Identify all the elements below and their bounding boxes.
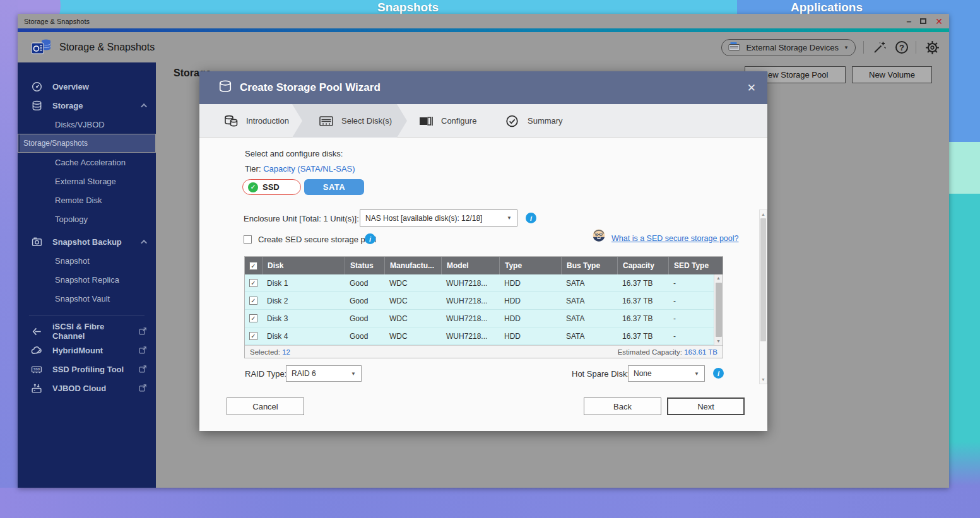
tier-label: Tier: [245, 164, 261, 174]
desktop-wallpaper [949, 0, 980, 518]
raid-type-select[interactable]: RAID 6 ▼ [286, 365, 362, 382]
wizard-steps: Introduction Select Disk(s) [199, 104, 767, 138]
table-row[interactable]: ✓ Disk 4 Good WDC WUH7218... HDD SATA 16… [245, 327, 723, 345]
dialog-close-icon[interactable]: ✕ [747, 81, 756, 95]
next-button[interactable]: Next [667, 397, 745, 415]
sidebar-item-hybridmount[interactable]: HybridMount [18, 341, 156, 360]
desktop-icon-label-snapshots[interactable]: Snapshots [377, 1, 439, 15]
column-header[interactable]: SED Type [668, 257, 723, 274]
close-button[interactable]: ✕ [935, 16, 943, 26]
vjbod-cloud-icon [30, 383, 43, 394]
sed-help-link[interactable]: What is a SED secure storage pool? [611, 234, 739, 243]
column-header[interactable]: Type [499, 257, 561, 274]
caret-down-icon: ▼ [351, 371, 356, 377]
column-header[interactable]: Model [441, 257, 499, 274]
row-checkbox[interactable]: ✓ [249, 297, 257, 305]
row-checkbox[interactable]: ✓ [249, 314, 257, 322]
sidebar-item-disks-vjbod[interactable]: Disks/VJBOD [18, 115, 156, 134]
app-title: Storage & Snapshots [59, 42, 721, 53]
sed-checkbox[interactable] [244, 235, 252, 244]
disk-table-footer: Selected: 12 Estimated Capacity: 163.61 … [245, 345, 723, 358]
external-drive-icon [728, 42, 741, 53]
column-header[interactable]: Bus Type [561, 257, 617, 274]
desktop: Snapshots Applications Storage & Snapsho… [0, 0, 980, 518]
step-select-disks: Select Disk(s) [292, 104, 407, 138]
sed-checkbox-label: Create SED secure storage pool [258, 235, 376, 244]
settings-gear-icon[interactable] [924, 39, 940, 56]
enclosure-unit-select[interactable]: NAS Host [available disk(s): 12/18] ▼ [360, 209, 517, 227]
sidebar-item-overview[interactable]: Overview [18, 77, 156, 96]
row-checkbox[interactable]: ✓ [249, 279, 257, 287]
row-checkbox[interactable]: ✓ [249, 332, 257, 340]
sidebar-item-external-storage[interactable]: External Storage [18, 172, 156, 191]
dialog-body: Select and configure disks: Tier: Capaci… [199, 138, 767, 431]
external-link-icon [138, 365, 147, 374]
help-icon[interactable]: ? [895, 41, 908, 54]
desktop-icon-label-applications[interactable]: Applications [791, 1, 863, 15]
scroll-up-icon[interactable]: ▲ [716, 274, 721, 282]
sidebar-item-ssd-profiling-tool[interactable]: SSD SSD Profiling Tool [18, 360, 156, 379]
desktop-wallpaper [0, 488, 980, 518]
estimated-capacity-value: 163.61 TB [684, 348, 717, 356]
sidebar-item-cache-acceleration[interactable]: Cache Acceleration [18, 153, 156, 172]
window-titlebar[interactable]: Storage & Snapshots – ✕ [18, 14, 949, 28]
storage-wizard-wand-icon[interactable] [871, 39, 888, 56]
window-title: Storage & Snapshots [24, 18, 906, 25]
column-header[interactable]: Status [345, 257, 384, 274]
hot-spare-select[interactable]: None ▼ [628, 365, 705, 382]
column-header[interactable]: Manufactu... [384, 257, 441, 274]
table-scrollbar[interactable]: ▲ ▼ [714, 274, 723, 345]
table-row[interactable]: ✓ Disk 3 Good WDC WUH7218... HDD SATA 16… [245, 310, 723, 327]
select-all-checkbox[interactable]: ✓ [249, 262, 257, 270]
column-header[interactable]: Capacity [617, 257, 668, 274]
sidebar-item-snapshot-vault[interactable]: Snapshot Vault [18, 289, 156, 308]
sidebar-item-remote-disk[interactable]: Remote Disk [18, 191, 156, 209]
sed-info-icon[interactable]: i [365, 233, 375, 244]
svg-text:SSD: SSD [33, 368, 40, 371]
table-row[interactable]: ✓ Disk 1 Good WDC WUH7218... HDD SATA 16… [245, 274, 723, 292]
iscsi-icon [30, 326, 43, 337]
dialog-title: Create Storage Pool Wizard [240, 81, 747, 94]
new-volume-button[interactable]: New Volume [852, 66, 932, 83]
maximize-button[interactable] [920, 18, 926, 24]
tier-value-link[interactable]: Capacity (SATA/NL-SAS) [263, 164, 355, 174]
external-link-icon [138, 327, 147, 336]
app-logo-icon [30, 36, 53, 59]
sidebar-item-storage[interactable]: Storage [18, 96, 156, 115]
disk-table: ✓ Disk Status Manufactu... Model Type Bu… [244, 256, 723, 358]
dialog-scrollbar[interactable]: ▲ ▼ [759, 209, 767, 384]
table-row[interactable]: ✓ Disk 2 Good WDC WUH7218... HDD SATA 16… [245, 292, 723, 310]
enclosure-info-icon[interactable]: i [526, 213, 536, 223]
cancel-button[interactable]: Cancel [227, 397, 304, 415]
minimize-button[interactable]: – [906, 18, 911, 25]
sidebar-item-snapshot-backup[interactable]: Snapshot Backup [18, 232, 156, 251]
scroll-down-icon[interactable]: ▼ [716, 338, 721, 345]
hot-spare-info-icon[interactable]: i [713, 368, 724, 379]
caret-down-icon: ▼ [694, 371, 699, 377]
sidebar-item-snapshot-replica[interactable]: Snapshot Replica [18, 270, 156, 289]
estimated-capacity-label: Estimated Capacity: [618, 348, 682, 356]
caret-down-icon: ▼ [844, 45, 849, 50]
scroll-up-icon[interactable]: ▲ [761, 210, 765, 218]
column-header[interactable]: Disk [262, 257, 345, 274]
sidebar: Overview Storage Disks/VJBOD Storage/Sna… [18, 62, 156, 488]
ssd-tab-button[interactable]: ✓ SSD [242, 179, 301, 195]
scrollbar-thumb[interactable] [716, 283, 722, 337]
sidebar-item-topology[interactable]: Topology [18, 209, 156, 228]
divider [863, 41, 864, 54]
sata-tab-button[interactable]: SATA [304, 179, 364, 195]
external-link-icon [138, 346, 147, 355]
step-configure: Configure [418, 104, 476, 138]
sidebar-item-snapshot[interactable]: Snapshot [18, 251, 156, 270]
sidebar-item-storage-snapshots[interactable]: Storage/Snapshots [18, 134, 156, 153]
external-link-icon [138, 384, 147, 392]
scrollbar-thumb[interactable] [760, 218, 766, 341]
sidebar-item-vjbod-cloud[interactable]: VJBOD Cloud [18, 379, 156, 397]
external-storage-devices-button[interactable]: External Storage Devices ▼ [721, 39, 856, 56]
back-button[interactable]: Back [584, 397, 661, 415]
scroll-down-icon[interactable]: ▼ [761, 375, 765, 384]
divider [916, 41, 916, 54]
sidebar-item-iscsi-fibre-channel[interactable]: iSCSI & Fibre Channel [18, 322, 156, 341]
select-disks-instruction: Select and configure disks: [245, 149, 343, 158]
cloud-icon [30, 345, 43, 356]
